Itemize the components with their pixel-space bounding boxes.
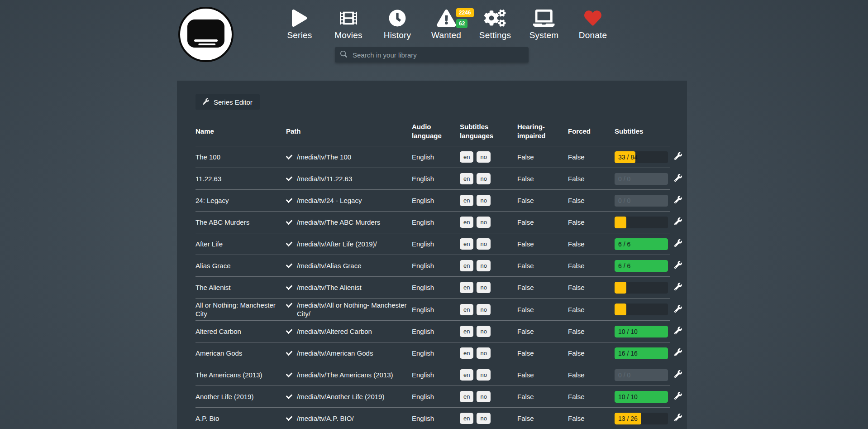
logo-subtitle-line <box>194 39 218 42</box>
series-name-link[interactable]: Altered Carbon <box>196 327 286 336</box>
nav-item-history[interactable]: History <box>373 7 422 40</box>
nav-item-wanted[interactable]: Wanted224662 <box>422 7 471 40</box>
column-header-hearing-impaired: Hearing-impaired <box>517 122 568 140</box>
wrench-icon <box>674 327 682 334</box>
edit-series-button[interactable] <box>674 239 682 247</box>
language-badge-en: en <box>460 217 473 228</box>
subtitles-count: 0 / 0 <box>618 196 630 205</box>
table-row: 24: Legacy/media/tv/24 - LegacyEnglishen… <box>196 190 670 212</box>
series-editor-button[interactable]: Series Editor <box>196 94 260 110</box>
nav-item-settings[interactable]: Settings <box>471 7 520 40</box>
search-input[interactable] <box>352 51 523 59</box>
series-name-link[interactable]: Another Life (2019) <box>196 392 286 401</box>
series-name-link[interactable]: American Gods <box>196 349 286 357</box>
play-icon <box>292 10 307 27</box>
nav-item-series[interactable]: Series <box>275 7 324 40</box>
series-name-link[interactable]: The 100 <box>196 153 286 161</box>
table-row: All or Nothing: Manchester City/media/tv… <box>196 299 670 321</box>
edit-series-button[interactable] <box>674 261 682 269</box>
edit-series-button[interactable] <box>674 196 682 203</box>
series-path: /media/tv/The 100 <box>297 153 351 161</box>
language-badge-no: no <box>477 347 490 359</box>
series-name-link[interactable]: The Americans (2013) <box>196 371 286 379</box>
series-path-cell: /media/tv/The Americans (2013) <box>286 371 412 379</box>
edit-series-button[interactable] <box>674 217 682 225</box>
series-name-link[interactable]: 24: Legacy <box>196 196 286 205</box>
edit-series-button[interactable] <box>674 283 682 290</box>
column-header-subtitles-languages: Subtitles languages <box>460 122 517 140</box>
nav-label-history: History <box>373 30 422 40</box>
wrench-icon <box>674 196 682 203</box>
wanted-count-badges: 224662 <box>456 8 474 28</box>
subtitles-languages-cell: enno <box>460 413 517 424</box>
clock-icon <box>389 10 406 27</box>
laptop-icon <box>533 10 555 27</box>
edit-series-button[interactable] <box>674 327 682 334</box>
series-name-link[interactable]: The Alienist <box>196 283 286 292</box>
table-row: Altered Carbon/media/tv/Altered CarbonEn… <box>196 321 670 342</box>
edit-series-button[interactable] <box>674 305 682 313</box>
audio-language-value: English <box>412 305 460 314</box>
language-badge-en: en <box>460 304 473 315</box>
series-path-cell: /media/tv/American Gods <box>286 349 412 357</box>
hearing-impaired-value: False <box>517 305 568 314</box>
series-name-link[interactable]: Alias Grace <box>196 261 286 270</box>
column-header-subtitles: Subtitles <box>615 127 674 136</box>
nav-item-movies[interactable]: Movies <box>324 7 373 40</box>
audio-language-value: English <box>412 327 460 336</box>
content-panel: Series Editor NamePathAudio languageSubt… <box>177 81 687 429</box>
bazarr-logo[interactable] <box>178 7 234 62</box>
language-badge-no: no <box>477 238 490 250</box>
nav-item-system[interactable]: System <box>520 7 568 40</box>
audio-language-value: English <box>412 392 460 401</box>
series-name-link[interactable]: A.P. Bio <box>196 414 286 423</box>
nav-item-donate[interactable]: Donate <box>568 7 617 40</box>
subtitles-progress-bar: 0 / 0 <box>615 173 668 185</box>
table-row: After Life/media/tv/After Life (2019)/En… <box>196 233 670 255</box>
language-badge-no: no <box>477 217 490 228</box>
table-row: Another Life (2019)/media/tv/Another Lif… <box>196 386 670 408</box>
edit-series-button[interactable] <box>674 392 682 400</box>
table-header: NamePathAudio languageSubtitles language… <box>196 120 670 146</box>
series-path: /media/tv/Altered Carbon <box>297 327 372 336</box>
series-path-cell: /media/tv/The 100 <box>286 153 412 161</box>
language-badge-no: no <box>477 369 490 381</box>
hearing-impaired-value: False <box>517 261 568 270</box>
series-path-cell: /media/tv/24 - Legacy <box>286 196 412 205</box>
wrench-icon <box>203 98 209 106</box>
wrench-icon <box>674 217 682 225</box>
series-path: /media/tv/A.P. BIO/ <box>297 414 354 423</box>
nav-label-series: Series <box>275 30 324 40</box>
language-badge-no: no <box>477 326 490 337</box>
series-path: /media/tv/After Life (2019)/ <box>297 240 377 248</box>
table-body: The 100/media/tv/The 100EnglishennoFalse… <box>196 146 670 429</box>
language-badge-en: en <box>460 413 473 424</box>
edit-series-button[interactable] <box>674 152 682 160</box>
subtitles-progress-bar: 10 / 10 <box>615 326 668 337</box>
language-badge-no: no <box>477 413 490 424</box>
film-icon <box>340 10 357 27</box>
series-name-link[interactable]: After Life <box>196 240 286 248</box>
wrench-icon <box>203 98 209 105</box>
column-header-name: Name <box>196 127 286 136</box>
edit-series-button[interactable] <box>674 348 682 356</box>
language-badge-en: en <box>460 238 473 250</box>
table-row: A.P. Bio/media/tv/A.P. BIO/EnglishennoFa… <box>196 408 670 429</box>
language-badge-no: no <box>477 304 490 315</box>
language-badge-no: no <box>477 151 490 163</box>
search-icon <box>340 51 347 58</box>
check-icon <box>286 328 292 334</box>
subtitles-languages-cell: enno <box>460 151 517 163</box>
series-name-link[interactable]: The ABC Murders <box>196 218 286 227</box>
edit-series-button[interactable] <box>674 370 682 378</box>
audio-language-value: English <box>412 240 460 248</box>
hearing-impaired-value: False <box>517 414 568 423</box>
table-row: Alias Grace/media/tv/Alias GraceEnglishe… <box>196 255 670 277</box>
edit-series-button[interactable] <box>674 174 682 182</box>
series-name-link[interactable]: All or Nothing: Manchester City <box>196 301 286 318</box>
series-name-link[interactable]: 11.22.63 <box>196 174 286 183</box>
edit-series-button[interactable] <box>674 414 682 421</box>
check-icon <box>286 262 292 269</box>
subtitles-count: 16 / 16 <box>618 349 638 357</box>
warning-triangle-icon <box>437 10 456 27</box>
